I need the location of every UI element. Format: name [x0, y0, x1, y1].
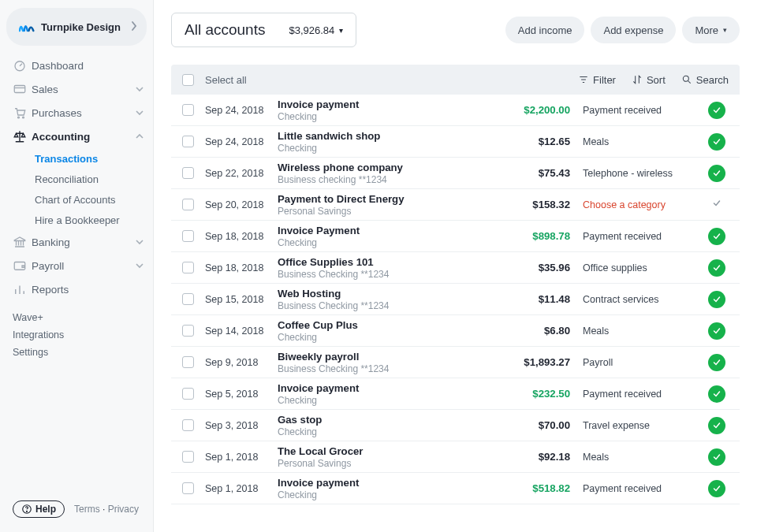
select-all-checkbox[interactable] [182, 74, 194, 86]
table-header: Select all Filter Sort Search [171, 65, 740, 95]
nav-label: Sales [32, 84, 136, 95]
transaction-account: Checking [278, 237, 495, 248]
transaction-category: Payment received [583, 483, 705, 494]
filter-button[interactable]: Filter [578, 74, 616, 86]
transaction-category: Payment received [583, 105, 705, 116]
transaction-description: Little sandwich shopChecking [278, 130, 495, 154]
transaction-account: Checking [278, 143, 495, 154]
transaction-amount: $2,200.00 [495, 104, 570, 116]
row-checkbox[interactable] [182, 262, 194, 273]
transaction-date: Sep 22, 2018 [205, 168, 278, 179]
search-button[interactable]: Search [681, 74, 729, 86]
transaction-row[interactable]: Sep 18, 2018Invoice PaymentChecking$898.… [171, 221, 740, 252]
transaction-row[interactable]: Sep 1, 2018Invoice paymentChecking$518.8… [171, 473, 740, 504]
row-checkbox[interactable] [182, 199, 194, 210]
add-expense-button[interactable]: Add expense [591, 17, 676, 43]
transaction-date: Sep 15, 2018 [205, 294, 278, 305]
transaction-title: Web Hosting [278, 288, 495, 299]
nav-dashboard[interactable]: Dashboard [0, 54, 153, 77]
nav-payroll[interactable]: Payroll [0, 254, 153, 277]
row-checkbox[interactable] [182, 230, 194, 242]
transaction-account: Business checking **1234 [278, 174, 495, 185]
transaction-date: Sep 14, 2018 [205, 326, 278, 337]
transaction-title: Invoice Payment [278, 225, 495, 236]
transaction-description: Payment to Direct EnergyPersonal Savings [278, 193, 495, 217]
transaction-date: Sep 20, 2018 [205, 199, 278, 210]
add-income-button[interactable]: Add income [505, 17, 585, 43]
transaction-row[interactable]: Sep 9, 2018Biweekly payrollBusiness Chec… [171, 347, 740, 378]
row-checkbox[interactable] [182, 167, 194, 179]
row-checkbox[interactable] [182, 451, 194, 463]
transaction-date: Sep 24, 2018 [205, 136, 278, 147]
check-circle-icon [708, 417, 725, 434]
row-checkbox[interactable] [182, 325, 194, 337]
row-checkbox[interactable] [182, 388, 194, 400]
nav-sub-hire-bookkeeper[interactable]: Hire a Bookkeeper [0, 210, 153, 230]
transaction-row[interactable]: Sep 24, 2018Little sandwich shopChecking… [171, 126, 740, 158]
svg-point-3 [23, 117, 24, 118]
transaction-amount: $12.65 [495, 136, 570, 147]
nav-wave-plus[interactable]: Wave+ [0, 309, 153, 326]
company-switcher[interactable]: Turnpike Design [6, 8, 147, 46]
transaction-account: Personal Savings [278, 206, 495, 217]
help-icon [21, 504, 32, 515]
sort-button[interactable]: Sort [632, 74, 666, 86]
transaction-category: Payroll [583, 357, 705, 368]
transaction-row[interactable]: Sep 24, 2018Invoice paymentChecking$2,20… [171, 95, 740, 126]
transaction-category[interactable]: Choose a category [583, 199, 705, 210]
select-all-label: Select all [205, 74, 562, 86]
transaction-description: Wireless phone companyBusiness checking … [278, 162, 495, 185]
transaction-row[interactable]: Sep 5, 2018Invoice paymentChecking$232.5… [171, 378, 740, 410]
nav-label: Banking [32, 236, 136, 248]
transaction-row[interactable]: Sep 14, 2018Coffee Cup PlusChecking$6.80… [171, 315, 740, 347]
account-balance: $3,926.84 [289, 24, 334, 36]
nav-sub-chart-of-accounts[interactable]: Chart of Accounts [0, 189, 153, 210]
nav-sales[interactable]: Sales [0, 77, 153, 101]
chevron-up-icon [136, 132, 144, 140]
transaction-date: Sep 18, 2018 [205, 231, 278, 242]
transaction-row[interactable]: Sep 18, 2018Office Supplies 101Business … [171, 252, 740, 284]
transaction-row[interactable]: Sep 3, 2018Gas stopChecking$70.00Travel … [171, 410, 740, 441]
nav-settings[interactable]: Settings [0, 344, 153, 361]
transaction-account: Business Checking **1234 [278, 269, 495, 280]
row-checkbox[interactable] [182, 136, 194, 147]
more-button[interactable]: More▾ [682, 17, 740, 43]
nav-sub-transactions[interactable]: Transactions [0, 148, 153, 169]
help-button[interactable]: Help [13, 500, 65, 518]
transaction-row[interactable]: Sep 15, 2018Web HostingBusiness Checking… [171, 284, 740, 315]
nav-banking[interactable]: Banking [0, 230, 153, 254]
row-checkbox[interactable] [182, 104, 194, 116]
transaction-row[interactable]: Sep 1, 2018The Local GrocerPersonal Savi… [171, 441, 740, 473]
transaction-title: Payment to Direct Energy [278, 193, 495, 205]
row-checkbox[interactable] [182, 419, 194, 431]
transaction-category: Payment received [583, 389, 705, 400]
terms-link[interactable]: Terms [74, 504, 100, 515]
svg-rect-1 [14, 86, 25, 93]
transaction-title: Invoice payment [278, 382, 495, 394]
transaction-date: Sep 9, 2018 [205, 357, 278, 368]
check-circle-icon [708, 448, 725, 466]
nav-purchases[interactable]: Purchases [0, 101, 153, 125]
nav-label: Payroll [32, 260, 136, 272]
row-checkbox[interactable] [182, 293, 194, 305]
sidebar-footer: Help Terms · Privacy [0, 491, 153, 532]
transaction-row[interactable]: Sep 22, 2018Wireless phone companyBusine… [171, 158, 740, 189]
transaction-title: Wireless phone company [278, 162, 495, 173]
nav-sub-reconciliation[interactable]: Reconciliation [0, 169, 153, 189]
transaction-row[interactable]: Sep 20, 2018Payment to Direct EnergyPers… [171, 189, 740, 221]
transaction-title: Gas stop [278, 414, 495, 426]
nav-reports[interactable]: Reports [0, 277, 153, 301]
nav-accounting[interactable]: Accounting [0, 125, 153, 148]
chevron-down-icon [136, 262, 144, 270]
transaction-category: Contract services [583, 294, 705, 305]
check-icon [712, 199, 722, 210]
privacy-link[interactable]: Privacy [108, 504, 139, 515]
row-checkbox[interactable] [182, 356, 194, 368]
transaction-description: Gas stopChecking [278, 414, 495, 437]
nav-integrations[interactable]: Integrations [0, 326, 153, 344]
account-selector[interactable]: All accounts $3,926.84 ▾ [171, 13, 356, 47]
transaction-description: Web HostingBusiness Checking **1234 [278, 288, 495, 311]
row-checkbox[interactable] [182, 482, 194, 494]
transaction-description: Invoice paymentChecking [278, 382, 495, 406]
nav-label: Dashboard [32, 60, 144, 72]
